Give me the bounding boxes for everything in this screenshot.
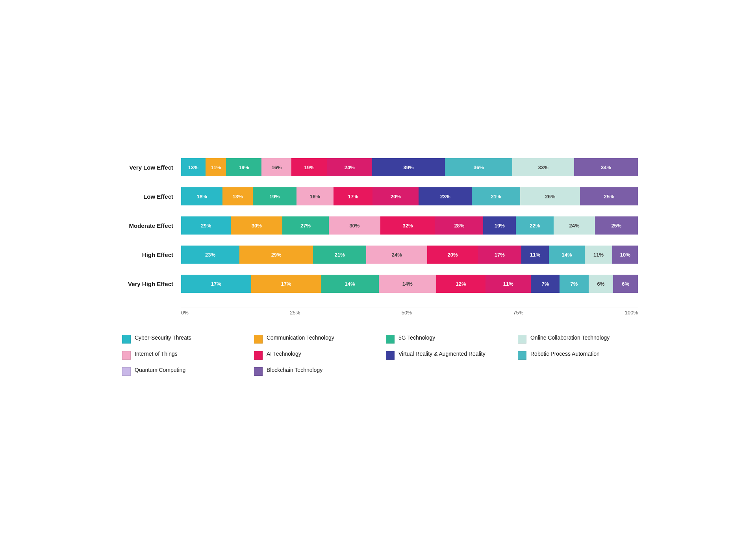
- bar-segment-cyber: 13%: [181, 158, 206, 176]
- bar-segment-blockchain: 21%: [472, 187, 520, 205]
- bar-segment-quantum: 19%: [483, 216, 516, 235]
- x-tick: 0%: [181, 310, 189, 316]
- bar-segment-cyber: 18%: [181, 187, 222, 205]
- legend-label-ai: AI Technology: [267, 351, 301, 357]
- bar-segment-rpa: 25%: [580, 187, 637, 205]
- legend-item-comm: Communication Technology: [254, 334, 374, 344]
- legend-color-quantum: [122, 367, 131, 376]
- bar-segment-quantum: 23%: [419, 187, 472, 205]
- bar-row: Moderate Effect29%30%27%30%32%28%19%22%2…: [118, 216, 638, 235]
- bar-segment-rpa: 10%: [612, 246, 637, 264]
- bar-track: 13%11%19%16%19%24%39%36%33%34%: [181, 158, 638, 176]
- bar-row: Very Low Effect13%11%19%16%19%24%39%36%3…: [118, 158, 638, 176]
- bar-row: Low Effect18%13%19%16%17%20%23%21%26%25%: [118, 187, 638, 205]
- bar-segment-iot: 24%: [366, 246, 427, 264]
- bar-segment-collab: 24%: [554, 216, 595, 235]
- legend-color-ai: [254, 351, 263, 360]
- legend-item-collab: Online Collaboration Technology: [518, 334, 638, 344]
- bar-segment-quantum: 7%: [531, 275, 560, 293]
- bar-segment-collab: 11%: [585, 246, 613, 264]
- bar-row: Very High Effect17%17%14%14%12%11%7%7%6%…: [118, 275, 638, 293]
- bar-segment-blockchain: 36%: [445, 158, 512, 176]
- legend-item-fiveg: 5G Technology: [386, 334, 506, 344]
- legend-item-ai: AI Technology: [254, 351, 374, 360]
- bar-segment-ai: 17%: [334, 187, 373, 205]
- legend-item-quantum: Quantum Computing: [122, 367, 242, 376]
- x-tick: 75%: [513, 310, 523, 316]
- legend-color-collab: [518, 335, 526, 344]
- legend-color-fiveg: [386, 335, 395, 344]
- bar-segment-ai: 32%: [380, 216, 435, 235]
- bar-segment-ai: 19%: [291, 158, 327, 176]
- bar-segment-comm: 11%: [206, 158, 226, 176]
- bar-segment-cyber: 29%: [181, 216, 231, 235]
- bar-segment-fiveg: 14%: [321, 275, 378, 293]
- x-tick: 50%: [402, 310, 412, 316]
- legend-color-blockchain: [254, 367, 263, 376]
- legend-item-iot: Internet of Things: [122, 351, 242, 360]
- bar-segment-comm: 29%: [239, 246, 313, 264]
- bar-segment-vr: 28%: [435, 216, 483, 235]
- bar-segment-vr: 24%: [327, 158, 372, 176]
- chart-area: Very Low Effect13%11%19%16%19%24%39%36%3…: [118, 158, 638, 304]
- bar-segment-rpa: 25%: [595, 216, 638, 235]
- bar-segment-rpa: 34%: [574, 158, 638, 176]
- bar-segment-comm: 30%: [231, 216, 282, 235]
- bar-segment-cyber: 23%: [181, 246, 239, 264]
- x-axis: 0%25%50%75%100%: [181, 307, 638, 316]
- bar-segment-iot: 16%: [296, 187, 334, 205]
- bar-segment-iot: 30%: [329, 216, 380, 235]
- bar-segment-rpa: 6%: [613, 275, 638, 293]
- bar-segment-blockchain: 7%: [560, 275, 588, 293]
- legend-label-iot: Internet of Things: [135, 351, 178, 357]
- legend-label-blockchain: Blockchain Technology: [267, 367, 322, 373]
- legend-label-fiveg: 5G Technology: [398, 334, 435, 341]
- legend-label-quantum: Quantum Computing: [135, 367, 185, 373]
- bar-segment-comm: 17%: [251, 275, 321, 293]
- bar-row: High Effect23%29%21%24%20%17%11%14%11%10…: [118, 246, 638, 264]
- legend: Cyber-Security ThreatsCommunication Tech…: [118, 334, 638, 376]
- bar-segment-blockchain: 14%: [549, 246, 584, 264]
- legend-color-rpa: [518, 351, 526, 360]
- bar-segment-quantum: 39%: [372, 158, 445, 176]
- legend-label-collab: Online Collaboration Technology: [530, 334, 610, 341]
- legend-color-iot: [122, 351, 131, 360]
- legend-color-comm: [254, 335, 263, 344]
- bar-segment-collab: 26%: [520, 187, 580, 205]
- row-label: Very High Effect: [118, 281, 181, 287]
- legend-color-vr: [386, 351, 395, 360]
- bar-track: 29%30%27%30%32%28%19%22%24%25%: [181, 216, 638, 235]
- legend-label-cyber: Cyber-Security Threats: [135, 334, 191, 341]
- bar-segment-cyber: 17%: [181, 275, 251, 293]
- bar-segment-iot: 16%: [261, 158, 291, 176]
- bar-segment-ai: 12%: [436, 275, 485, 293]
- bar-segment-fiveg: 21%: [313, 246, 366, 264]
- x-axis-row: 0%25%50%75%100%: [118, 307, 638, 316]
- row-label: Moderate Effect: [118, 222, 181, 229]
- bar-track: 18%13%19%16%17%20%23%21%26%25%: [181, 187, 638, 205]
- row-label: High Effect: [118, 251, 181, 258]
- legend-label-comm: Communication Technology: [267, 334, 334, 341]
- legend-item-rpa: Robotic Process Automation: [518, 351, 638, 360]
- legend-label-vr: Virtual Reality & Augmented Reality: [398, 351, 485, 357]
- row-label: Low Effect: [118, 193, 181, 200]
- bar-segment-collab: 6%: [589, 275, 613, 293]
- legend-item-blockchain: Blockchain Technology: [254, 367, 374, 376]
- bar-segment-quantum: 11%: [521, 246, 549, 264]
- x-tick: 100%: [625, 310, 638, 316]
- bar-segment-vr: 17%: [478, 246, 521, 264]
- bar-segment-blockchain: 22%: [516, 216, 554, 235]
- bar-segment-vr: 20%: [372, 187, 419, 205]
- bar-segment-fiveg: 19%: [253, 187, 296, 205]
- legend-item-vr: Virtual Reality & Augmented Reality: [386, 351, 506, 360]
- bar-segment-vr: 11%: [485, 275, 531, 293]
- row-label: Very Low Effect: [118, 164, 181, 171]
- legend-item-cyber: Cyber-Security Threats: [122, 334, 242, 344]
- bar-segment-collab: 33%: [512, 158, 574, 176]
- bar-segment-iot: 14%: [379, 275, 436, 293]
- bar-segment-fiveg: 19%: [226, 158, 261, 176]
- bar-track: 17%17%14%14%12%11%7%7%6%6%: [181, 275, 638, 293]
- chart-container: Very Low Effect13%11%19%16%19%24%39%36%3…: [102, 135, 654, 399]
- legend-color-cyber: [122, 335, 131, 344]
- bar-track: 23%29%21%24%20%17%11%14%11%10%: [181, 246, 638, 264]
